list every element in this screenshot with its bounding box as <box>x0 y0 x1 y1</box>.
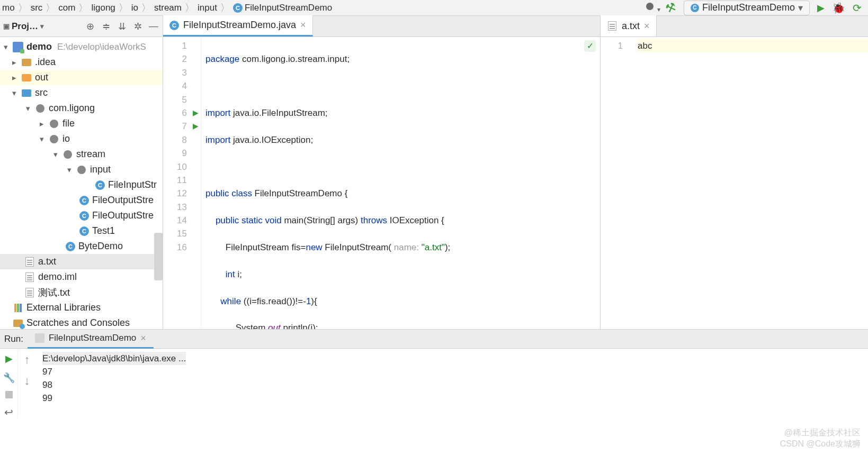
tree-node-test1[interactable]: CTest1 <box>0 223 163 239</box>
node-label: .idea <box>35 57 56 68</box>
line-number: 12 <box>163 187 187 200</box>
run-config-selector[interactable]: C FileInputStreamDemo ▾ <box>684 1 810 15</box>
node-label: io <box>62 133 70 144</box>
tree-node-scratches[interactable]: Scratches and Consoles <box>0 315 163 329</box>
crumb-ligong[interactable]: ligong <box>91 3 115 13</box>
node-path: E:\develop\ideaWorkS <box>57 42 146 52</box>
expand-icon[interactable]: ≑ <box>100 21 112 32</box>
text-editor[interactable]: 1 abc <box>601 37 868 329</box>
tree-node-iml[interactable]: demo.iml <box>0 269 163 285</box>
package-icon <box>49 134 59 144</box>
class-icon: C <box>691 4 699 12</box>
crumb-mo[interactable]: mo <box>2 3 15 13</box>
tree-node-input[interactable]: input <box>0 162 163 177</box>
tab-atxt[interactable]: a.txt × <box>601 15 657 37</box>
crumb-class[interactable]: C FileInputStreamDemo <box>233 3 332 13</box>
tree-node-fileinputstr[interactable]: CFileInputStr <box>0 177 163 193</box>
chevron-down-icon <box>24 104 32 113</box>
tab-fileinputstreamdemo[interactable]: C FileInputStreamDemo.java × <box>163 15 313 37</box>
project-dropdown[interactable]: ▣ Proj… ▾ <box>3 21 44 32</box>
module-icon <box>13 42 23 52</box>
line-number: 10 <box>163 160 187 174</box>
stop-icon[interactable] <box>5 391 13 398</box>
node-label: out <box>35 72 48 83</box>
crumb-input[interactable]: input <box>198 3 217 13</box>
chevron-right-icon: 〉 <box>141 2 151 14</box>
tree-node-fileoutput1[interactable]: CFileOutputStre <box>0 193 163 208</box>
run-gutter-icon[interactable]: ▶ <box>193 120 199 133</box>
rerun-icon[interactable]: ▶ <box>5 353 13 365</box>
debug-icon[interactable]: 🐞 <box>832 2 845 14</box>
tree-node-package[interactable]: com.ligong <box>0 101 163 116</box>
folder-icon <box>21 57 32 68</box>
console-line: 97 <box>42 365 862 378</box>
console-line: 99 <box>42 392 862 405</box>
locate-icon[interactable]: ⊕ <box>84 21 96 32</box>
tree-node-fileoutput2[interactable]: CFileOutputStre <box>0 208 163 223</box>
crumb-com[interactable]: com <box>58 3 75 13</box>
chevron-down-icon <box>2 42 10 52</box>
node-label: input <box>90 164 111 175</box>
node-label: 测试.txt <box>38 286 70 299</box>
node-label: FileInputStr <box>108 179 157 190</box>
hide-icon[interactable]: — <box>148 21 159 32</box>
run-icon[interactable]: ▶ <box>817 2 825 14</box>
code-body[interactable]: package com.ligong.io.stream.input; impo… <box>201 37 600 329</box>
class-icon: C <box>79 226 89 236</box>
wrench-icon[interactable]: 🔧 <box>3 372 15 384</box>
tree-node-out[interactable]: out <box>0 70 163 85</box>
settings-icon[interactable]: ✲ <box>132 21 144 32</box>
close-icon[interactable]: × <box>300 20 306 31</box>
tree-node-atxt[interactable]: a.txt <box>0 254 163 269</box>
crumb-stream[interactable]: stream <box>154 3 182 13</box>
node-label: a.txt <box>38 256 56 267</box>
class-icon: C <box>66 242 75 251</box>
class-icon: C <box>233 3 243 13</box>
node-label: demo <box>26 41 52 52</box>
tree-node-io[interactable]: io <box>0 131 163 147</box>
run-tab[interactable]: FileInputStreamDemo × <box>28 330 154 349</box>
chevron-right-icon: 〉 <box>78 2 88 14</box>
chevron-down-icon: ▾ <box>40 22 44 30</box>
close-icon[interactable]: × <box>644 21 650 32</box>
run-gutter-icon[interactable]: ▶ <box>193 106 199 120</box>
chevron-right-icon <box>38 119 46 129</box>
chevron-right-icon <box>11 58 18 67</box>
package-icon <box>35 103 46 114</box>
console-output[interactable]: E:\develop\Java\jdk8\bin\java.exe ... 97… <box>36 349 868 418</box>
tree-node-ceshi[interactable]: 测试.txt <box>0 285 163 300</box>
library-icon <box>13 303 23 313</box>
line-number: 9 <box>163 147 187 160</box>
scrollbar[interactable] <box>154 233 163 280</box>
scroll-down-icon[interactable]: ↓ <box>24 374 30 388</box>
chevron-right-icon: 〉 <box>46 2 55 14</box>
code-editor[interactable]: ✓ 1 2 3 4 5 6▶ 7▶ 8 9 10 11 12 13 14 15 <box>163 37 600 329</box>
tree-node-file[interactable]: file <box>0 116 163 131</box>
collapse-icon[interactable]: ⇊ <box>116 21 128 32</box>
tree-node-bytedemo[interactable]: CByteDemo <box>0 239 163 254</box>
tree-root[interactable]: demoE:\develop\ideaWorkS <box>0 39 163 54</box>
toolbar-right: ⚒ C FileInputStreamDemo ▾ ▶ 🐞 ⟳ <box>645 1 866 15</box>
console-line: 98 <box>42 378 862 392</box>
crumb-src[interactable]: src <box>31 3 43 13</box>
crumb-io[interactable]: io <box>131 3 138 13</box>
tree-node-external-libs[interactable]: External Libraries <box>0 300 163 315</box>
user-icon[interactable] <box>645 3 658 13</box>
build-icon[interactable]: ⚒ <box>664 0 678 16</box>
tree-node-src[interactable]: src <box>0 85 163 101</box>
scroll-up-icon[interactable]: ↑ <box>24 353 30 367</box>
crumb-class-label: FileInputStreamDemo <box>245 3 332 13</box>
text-body[interactable]: abc <box>633 37 868 329</box>
coverage-icon[interactable]: ⟳ <box>853 2 862 14</box>
tree-node-stream[interactable]: stream <box>0 147 163 162</box>
tree-node-idea[interactable]: .idea <box>0 54 163 70</box>
node-label: src <box>35 87 48 98</box>
run-tab-icon <box>35 333 44 343</box>
src-folder-icon <box>21 88 32 98</box>
watermark: @稀土掘金技术社区 CSDN @Code攻城狮 <box>780 427 861 450</box>
line-number: 5 <box>163 93 187 106</box>
close-icon[interactable]: × <box>140 333 146 344</box>
chevron-down-icon <box>52 150 59 159</box>
watermark-line: CSDN @Code攻城狮 <box>780 439 861 450</box>
soft-wrap-icon[interactable]: ↩ <box>4 406 13 418</box>
